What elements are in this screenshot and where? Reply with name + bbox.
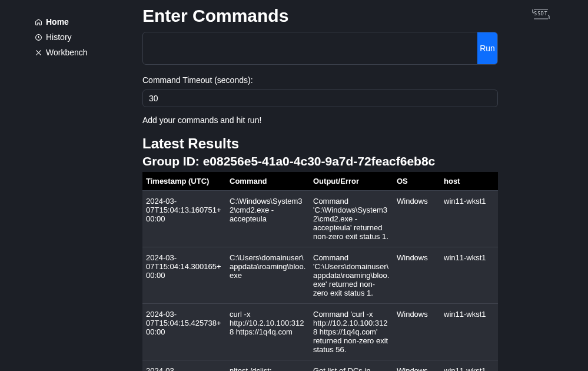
cell-command: C:\Users\domainuser\appdata\roaming\bloo… [226, 247, 310, 304]
home-icon [34, 18, 42, 26]
table-header-row: Timestamp (UTC) Command Output/Error OS … [142, 172, 498, 191]
cell-timestamp: 2024-03-07T15:04:15.425738+00:00 [142, 304, 226, 360]
table-row: 2024-03-07T15:04:14.300165+00:00 C:\User… [142, 247, 498, 304]
col-os: OS [393, 172, 440, 191]
group-id-line: Group ID: e08256e5-41a0-4c30-9a7d-72feac… [142, 154, 498, 168]
sidebar-item-home[interactable]: Home [0, 14, 118, 29]
table-row: 2024-03-07T15:04:17.143475+00:00 nltest … [142, 360, 498, 372]
col-command: Command [226, 172, 310, 191]
sidebar-item-label: Home [46, 16, 69, 27]
group-id-value: e08256e5-41a0-4c30-9a7d-72feacf6eb8c [203, 154, 436, 168]
cell-output: Get list of DCs in domain '' from '\\win… [310, 360, 393, 372]
cell-os: Windows [393, 304, 440, 360]
page-title: Enter Commands [142, 6, 498, 26]
clock-icon [34, 33, 42, 41]
sidebar-item-label: Workbench [46, 47, 88, 58]
cell-host: win11-wkst1 [440, 304, 498, 360]
sidebar-item-history[interactable]: History [0, 29, 118, 45]
results-title: Latest Results [142, 135, 498, 152]
run-button[interactable]: Run [477, 32, 497, 64]
main-content: Enter Commands Run Command Timeout (seco… [142, 6, 498, 371]
cell-os: Windows [393, 247, 440, 304]
command-input[interactable] [143, 32, 477, 64]
cell-host: win11-wkst1 [440, 191, 498, 247]
sidebar-item-workbench[interactable]: Workbench [0, 45, 118, 60]
app-logo: SSDT [529, 7, 553, 21]
cell-timestamp: 2024-03-07T15:04:13.160751+00:00 [142, 191, 226, 247]
table-row: 2024-03-07T15:04:15.425738+00:00 curl -x… [142, 304, 498, 360]
cell-command: curl -x http://10.2.10.100:3128 https://… [226, 304, 310, 360]
cell-output: Command 'C:\Windows\System32\cmd2.exe -a… [310, 191, 393, 247]
col-output: Output/Error [310, 172, 393, 191]
command-row: Run [142, 32, 498, 65]
cell-os: Windows [393, 360, 440, 372]
cell-output: Command 'curl -x http://10.2.10.100:3128… [310, 304, 393, 360]
cell-timestamp: 2024-03-07T15:04:17.143475+00:00 [142, 360, 226, 372]
tools-icon [34, 48, 42, 57]
timeout-input[interactable] [142, 90, 498, 107]
cell-host: win11-wkst1 [440, 247, 498, 304]
cell-command: C:\Windows\System32\cmd2.exe -accepteula [226, 191, 310, 247]
sidebar: Home History Workbench [0, 0, 118, 60]
timeout-label: Command Timeout (seconds): [142, 75, 498, 85]
cell-output: Command 'C:\Users\domainuser\appdata\roa… [310, 247, 393, 304]
hint-text: Add your commands and hit run! [142, 115, 498, 125]
col-timestamp: Timestamp (UTC) [142, 172, 226, 191]
sidebar-item-label: History [46, 32, 72, 42]
cell-os: Windows [393, 191, 440, 247]
cell-timestamp: 2024-03-07T15:04:14.300165+00:00 [142, 247, 226, 304]
results-table: Timestamp (UTC) Command Output/Error OS … [142, 172, 498, 371]
cell-host: win11-wkst1 [440, 360, 498, 372]
table-row: 2024-03-07T15:04:13.160751+00:00 C:\Wind… [142, 191, 498, 247]
cell-command: nltest /dclist: [226, 360, 310, 372]
col-host: host [440, 172, 498, 191]
